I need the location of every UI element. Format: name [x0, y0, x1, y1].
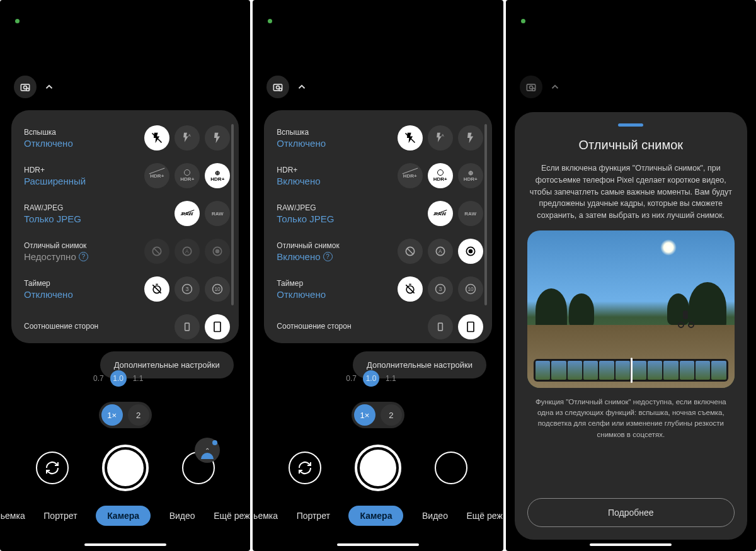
mode-camera[interactable]: Камера — [348, 506, 403, 526]
camera-settings-button[interactable] — [14, 76, 37, 98]
flash-on-option[interactable] — [205, 125, 230, 151]
zoom-07[interactable]: 0.7 — [346, 374, 357, 383]
svg-text:A: A — [188, 133, 191, 137]
mode-right-cut[interactable]: Ещё реж — [214, 511, 249, 521]
hdr-on-option[interactable]: HDR+ — [175, 163, 200, 188]
gallery-preview[interactable]: ⌃ — [182, 452, 215, 484]
topshot-row: Отличный снимок Включено? A — [277, 234, 483, 271]
drag-handle[interactable] — [618, 123, 643, 127]
zoom-2x[interactable]: 2 — [381, 404, 402, 426]
jpeg-only-option[interactable]: RAW — [428, 201, 453, 226]
mode-right-cut[interactable]: Ещё реж — [467, 511, 503, 521]
svg-point-22 — [279, 88, 282, 91]
topshot-row: Отличный снимок Недоступно? A — [24, 234, 230, 271]
flash-off-option[interactable] — [144, 125, 169, 151]
expand-chevron-icon[interactable] — [293, 78, 311, 96]
topshot-auto-option[interactable]: A — [428, 239, 453, 264]
raw-value: Только JPEG — [24, 213, 175, 224]
hdr-row: HDR+ Расширенный HDR+ HDR+ ⊕HDR+ — [24, 158, 230, 196]
flash-value: Отключено — [277, 138, 397, 149]
raw-option[interactable]: RAW — [205, 201, 230, 226]
ratio-34-option[interactable] — [175, 314, 200, 339]
home-indicator[interactable] — [590, 543, 672, 546]
motion-badge-icon[interactable]: ⌃ — [195, 438, 220, 463]
filmstrip-selector[interactable] — [631, 358, 633, 383]
mode-portrait[interactable]: Портрет — [297, 511, 330, 521]
mode-strip[interactable]: ьемка Портрет Камера Видео Ещё реж — [253, 506, 503, 526]
quick-settings-panel: Вспышка Отключено A HDR+ Включено HDR+ H… — [264, 110, 491, 343]
hdr-title: HDR+ — [277, 166, 397, 174]
help-icon[interactable]: ? — [79, 252, 88, 261]
svg-text:10: 10 — [467, 286, 474, 292]
svg-point-42 — [532, 88, 535, 91]
topshot-title: Отличный снимок — [277, 241, 397, 250]
flip-camera-button[interactable] — [36, 452, 69, 484]
shutter-button[interactable] — [355, 445, 401, 491]
home-indicator[interactable] — [337, 543, 419, 546]
topshot-on-option[interactable] — [458, 239, 483, 264]
zoom-11[interactable]: 1.1 — [133, 374, 144, 383]
quick-settings-panel: Вспышка Отключено A HDR+ Расширенный HDR… — [11, 110, 239, 343]
zoom-10[interactable]: 1.0 — [363, 370, 379, 387]
topshot-value: Недоступно? — [24, 251, 144, 262]
ratio-full-option[interactable] — [205, 314, 230, 339]
flash-row: Вспышка Отключено A — [277, 120, 483, 158]
home-indicator[interactable] — [84, 543, 166, 546]
learn-more-button[interactable]: Подробнее — [527, 498, 735, 527]
svg-rect-38 — [438, 323, 442, 331]
ratio-34-option[interactable] — [428, 314, 453, 339]
filmstrip[interactable] — [534, 359, 728, 382]
hdr-off-option[interactable]: HDR+ — [398, 163, 423, 188]
zoom-10[interactable]: 1.0 — [110, 370, 127, 387]
zoom-11[interactable]: 1.1 — [386, 374, 396, 383]
shutter-button[interactable] — [102, 445, 149, 491]
expand-chevron-icon — [546, 78, 564, 96]
help-icon[interactable]: ? — [323, 252, 333, 261]
mode-strip[interactable]: ьемка Портрет Камера Видео Ещё реж — [0, 506, 250, 526]
timer-3s-option[interactable]: 3 — [175, 276, 200, 302]
ratio-title: Соотношение сторон — [24, 322, 175, 331]
timer-10s-option[interactable]: 10 — [205, 276, 230, 302]
timer-10s-option[interactable]: 10 — [458, 276, 483, 302]
topshot-title: Отличный снимок — [24, 241, 144, 250]
zoom-1x[interactable]: 1× — [354, 404, 375, 426]
mode-video[interactable]: Видео — [169, 511, 195, 521]
screenshot-1: Вспышка Отключено A HDR+ Расширенный HDR… — [0, 0, 250, 551]
hdr-enhanced-option[interactable]: ⊕HDR+ — [458, 163, 483, 188]
timer-off-option[interactable] — [398, 276, 423, 302]
flip-camera-button[interactable] — [289, 452, 321, 484]
timer-row: Таймер Отключено 3 10 — [277, 271, 483, 309]
mode-left-cut[interactable]: ьемка — [253, 511, 278, 521]
hdr-off-option[interactable]: HDR+ — [144, 163, 169, 188]
mode-video[interactable]: Видео — [422, 511, 448, 521]
zoom-2x[interactable]: 2 — [128, 404, 149, 426]
expand-chevron-icon[interactable] — [40, 78, 58, 96]
flash-auto-option[interactable]: A — [428, 125, 453, 151]
topshot-off-option[interactable] — [398, 239, 423, 264]
mode-portrait[interactable]: Портрет — [43, 511, 77, 521]
raw-option[interactable]: RAW — [458, 201, 483, 226]
mode-left-cut[interactable]: ьемка — [1, 511, 25, 521]
ratio-full-option[interactable] — [458, 314, 483, 339]
flash-off-option[interactable] — [398, 125, 423, 151]
timer-off-option[interactable] — [144, 276, 169, 302]
scrollbar[interactable] — [231, 124, 234, 305]
zoom-1x[interactable]: 1× — [101, 404, 123, 426]
zoom-07[interactable]: 0.7 — [93, 374, 104, 383]
topshot-value: Включено? — [277, 251, 397, 262]
svg-text:A: A — [441, 133, 444, 137]
screenshot-3: Отличный снимок Если включена функция "О… — [506, 0, 756, 551]
hdr-enhanced-option[interactable]: ⊕HDR+ — [205, 163, 230, 188]
gallery-preview[interactable] — [435, 452, 467, 484]
sheet-body: Если включена функция "Отличный снимок",… — [527, 162, 735, 222]
camera-settings-button[interactable] — [266, 76, 289, 98]
flash-auto-option[interactable]: A — [175, 125, 200, 151]
svg-text:3: 3 — [438, 286, 442, 292]
timer-value: Отключено — [277, 289, 397, 300]
hdr-on-option[interactable]: HDR+ — [428, 163, 453, 188]
scrollbar[interactable] — [484, 124, 487, 305]
flash-on-option[interactable] — [458, 125, 483, 151]
timer-3s-option[interactable]: 3 — [428, 276, 453, 302]
mode-camera[interactable]: Камера — [96, 506, 151, 526]
jpeg-only-option[interactable]: RAW — [175, 201, 200, 226]
